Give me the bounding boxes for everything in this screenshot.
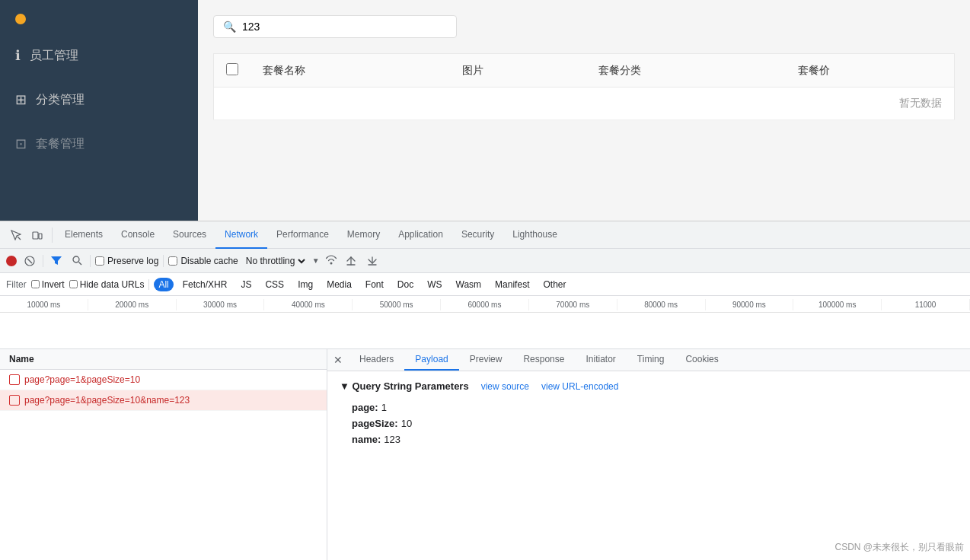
invert-checkbox[interactable] xyxy=(31,280,40,288)
param-value-page: 1 xyxy=(381,402,387,413)
bottom-panel: Name page?page=1&pageSize=10 page?page=1… xyxy=(0,349,970,560)
filter-other[interactable]: Other xyxy=(538,278,570,291)
sidebar-item-employee[interactable]: ℹ 员工管理 xyxy=(0,33,198,78)
payload-tab-preview[interactable]: Preview xyxy=(459,349,513,371)
record-button[interactable] xyxy=(6,256,17,266)
payload-tab-initiator[interactable]: Initiator xyxy=(575,349,626,371)
sidebar-item-category[interactable]: ⊞ 分类管理 xyxy=(0,78,198,122)
sidebar-item-category-label: 分类管理 xyxy=(36,92,85,108)
devtools-tabs: Elements Console Sources Network Perform… xyxy=(0,221,970,249)
filter-img[interactable]: Img xyxy=(293,278,317,291)
hide-data-urls-checkbox[interactable] xyxy=(69,280,78,288)
filter-manifest[interactable]: Manifest xyxy=(490,278,534,291)
disable-cache-label[interactable]: Disable cache xyxy=(168,256,238,266)
preserve-log-checkbox[interactable] xyxy=(95,256,104,266)
invert-text: Invert xyxy=(42,279,65,290)
hide-data-urls-label[interactable]: Hide data URLs xyxy=(69,279,145,290)
filter-icon[interactable] xyxy=(48,255,65,267)
filter-media[interactable]: Media xyxy=(322,278,356,291)
svg-line-4 xyxy=(27,259,32,263)
tab-console[interactable]: Console xyxy=(112,221,164,249)
timeline-ruler: 10000 ms 20000 ms 30000 ms 40000 ms 5000… xyxy=(0,296,970,313)
request-url-1: page?page=1&pageSize=10&name=123 xyxy=(24,395,190,406)
tab-memory[interactable]: Memory xyxy=(338,221,389,249)
tick-8: 90000 ms xyxy=(706,299,794,310)
payload-tab-timing[interactable]: Timing xyxy=(627,349,675,371)
invert-label[interactable]: Invert xyxy=(31,279,65,290)
timeline-area: 10000 ms 20000 ms 30000 ms 40000 ms 5000… xyxy=(0,296,970,349)
view-source-link[interactable]: view source xyxy=(481,381,529,392)
search-network-icon[interactable] xyxy=(69,254,85,267)
payload-panel: ✕ Headers Payload Preview Response Initi… xyxy=(327,349,970,560)
hide-data-urls-text: Hide data URLs xyxy=(80,279,145,290)
request-item-0[interactable]: page?page=1&pageSize=10 xyxy=(0,370,327,390)
tab-performance[interactable]: Performance xyxy=(267,221,338,249)
request-error-icon-1 xyxy=(9,395,20,406)
sidebar: ℹ 员工管理 ⊞ 分类管理 ⊡ 套餐管理 xyxy=(0,0,198,221)
throttling-chevron: ▼ xyxy=(312,256,320,265)
request-error-icon-0 xyxy=(9,374,20,385)
filter-divider xyxy=(148,279,149,290)
query-params-header: ▼ Query String Parameters view source vi… xyxy=(340,380,958,392)
request-list: Name page?page=1&pageSize=10 page?page=1… xyxy=(0,349,327,560)
param-row-pagesize: pageSize: 10 xyxy=(340,415,958,431)
throttling-select[interactable]: No throttling Fast 3G Slow 3G xyxy=(243,255,308,267)
filter-doc[interactable]: Doc xyxy=(393,278,418,291)
inspect-element-icon[interactable] xyxy=(6,225,26,245)
tab-separator-1 xyxy=(52,228,53,243)
filter-label: Filter xyxy=(6,279,27,290)
preserve-log-text: Preserve log xyxy=(107,256,158,266)
tab-lighthouse[interactable]: Lighthouse xyxy=(503,221,566,249)
filter-bar: Filter Invert Hide data URLs All Fetch/X… xyxy=(0,273,970,296)
svg-line-6 xyxy=(79,262,82,266)
tab-network[interactable]: Network xyxy=(215,221,267,249)
no-data-text: 暂无数据 xyxy=(214,88,955,120)
tick-9: 100000 ms xyxy=(793,299,882,310)
category-icon: ⊞ xyxy=(15,91,27,108)
tab-security[interactable]: Security xyxy=(452,221,503,249)
search-input[interactable] xyxy=(242,21,447,33)
select-all-checkbox[interactable] xyxy=(226,63,238,75)
col-image: 图片 xyxy=(450,54,586,88)
filter-css[interactable]: CSS xyxy=(260,278,289,291)
payload-tab-cookies[interactable]: Cookies xyxy=(675,349,729,371)
sidebar-item-partial-label: 套餐管理 xyxy=(36,136,85,152)
tick-7: 80000 ms xyxy=(617,299,706,310)
toolbar-sep-1 xyxy=(43,255,43,267)
filter-js[interactable]: JS xyxy=(236,278,256,291)
param-key-name: name: xyxy=(352,434,381,445)
clear-button[interactable] xyxy=(21,254,38,268)
tab-application[interactable]: Application xyxy=(389,221,452,249)
filter-ws[interactable]: WS xyxy=(423,278,446,291)
preserve-log-label[interactable]: Preserve log xyxy=(95,256,158,266)
view-encoded-link[interactable]: view URL-encoded xyxy=(541,381,618,392)
payload-tab-headers[interactable]: Headers xyxy=(349,349,404,371)
payload-tab-payload[interactable]: Payload xyxy=(404,349,458,371)
tab-elements[interactable]: Elements xyxy=(56,221,112,249)
tick-6: 70000 ms xyxy=(529,299,617,310)
device-toggle-icon[interactable] xyxy=(27,225,47,245)
disable-cache-checkbox[interactable] xyxy=(168,256,177,266)
param-key-page: page: xyxy=(352,402,378,413)
partial-icon: ⊡ xyxy=(15,135,27,152)
request-item-1[interactable]: page?page=1&pageSize=10&name=123 xyxy=(0,390,327,411)
svg-point-5 xyxy=(73,256,79,262)
svg-line-0 xyxy=(18,237,21,240)
filter-all[interactable]: All xyxy=(154,278,173,291)
param-key-pagesize: pageSize: xyxy=(352,418,398,429)
param-value-pagesize: 10 xyxy=(401,418,412,429)
payload-content: ▼ Query String Parameters view source vi… xyxy=(327,371,970,457)
import-har-icon[interactable] xyxy=(343,254,359,268)
content-area: 🔍 套餐名称 图片 套餐分类 套餐价 xyxy=(198,0,970,221)
tick-3: 40000 ms xyxy=(264,299,353,310)
filter-font[interactable]: Font xyxy=(361,278,388,291)
payload-tabs: ✕ Headers Payload Preview Response Initi… xyxy=(327,349,970,371)
filter-fetch-xhr[interactable]: Fetch/XHR xyxy=(178,278,232,291)
sidebar-item-partial[interactable]: ⊡ 套餐管理 xyxy=(0,122,198,166)
close-payload-button[interactable]: ✕ xyxy=(327,349,349,371)
svg-rect-2 xyxy=(39,234,42,239)
tab-sources[interactable]: Sources xyxy=(164,221,215,249)
export-har-icon[interactable] xyxy=(364,254,381,268)
filter-wasm[interactable]: Wasm xyxy=(451,278,487,291)
payload-tab-response[interactable]: Response xyxy=(512,349,575,371)
